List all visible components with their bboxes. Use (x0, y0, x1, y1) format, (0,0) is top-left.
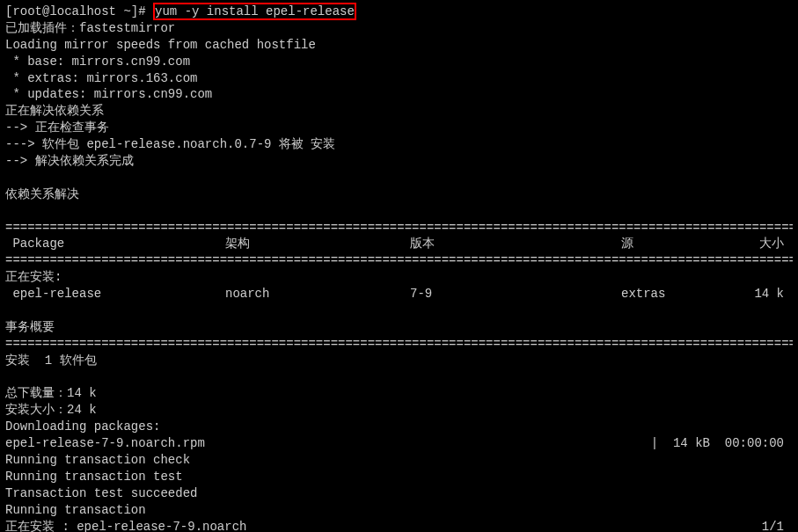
output-line: * extras: mirrors.163.com (5, 70, 793, 87)
table-header: Package 架构 版本 源 大小 (5, 236, 793, 252)
divider: ========================================… (5, 220, 793, 237)
output-line: Running transaction test (5, 469, 793, 485)
output-line: 安装 1 软件包 (5, 353, 793, 369)
installing-pkg: 正在安装 : epel-release-7-9.noarch (5, 519, 246, 532)
output-line: 正在安装: (5, 269, 793, 286)
download-line: epel-release-7-9.noarch.rpm | 14 kB 00:0… (5, 435, 793, 452)
output-line: Transaction test succeeded (5, 485, 793, 502)
rpm-file: epel-release-7-9.noarch.rpm (5, 435, 205, 452)
output-line: Running transaction check (5, 452, 793, 469)
header-package: Package (5, 236, 225, 252)
output-line: --> 正在检查事务 (5, 120, 793, 136)
output-line: 依赖关系解决 (5, 186, 793, 203)
command-highlight: yum -y install epel-release (153, 3, 356, 20)
header-repo: 源 (621, 236, 751, 252)
header-arch: 架构 (225, 236, 410, 252)
blank-line (5, 369, 793, 386)
output-line: 事务概要 (5, 319, 793, 336)
install-line: 正在安装 : epel-release-7-9.noarch 1/1 (5, 519, 793, 532)
cell-version: 7-9 (410, 286, 621, 302)
output-line: Loading mirror speeds from cached hostfi… (5, 37, 793, 54)
output-line: * base: mirrors.cn99.com (5, 54, 793, 70)
download-progress: | 14 kB 00:00:00 (651, 435, 793, 452)
blank-line (5, 203, 793, 220)
output-line: * updates: mirrors.cn99.com (5, 86, 793, 103)
cell-size: 14 k (751, 286, 793, 302)
output-line: Running transaction (5, 502, 793, 519)
prompt-line: [root@localhost ~]# yum -y install epel-… (5, 4, 793, 20)
output-line: 安装大小：24 k (5, 402, 793, 419)
divider: ========================================… (5, 336, 793, 353)
install-fraction: 1/1 (762, 519, 793, 532)
shell-prompt: [root@localhost ~]# (5, 4, 153, 18)
cell-repo: extras (621, 286, 751, 302)
cell-arch: noarch (225, 286, 410, 302)
output-line: 正在解决依赖关系 (5, 103, 793, 120)
divider: ========================================… (5, 252, 793, 269)
output-line: Downloading packages: (5, 419, 793, 435)
header-size: 大小 (751, 236, 793, 252)
header-version: 版本 (410, 236, 621, 252)
blank-line (5, 170, 793, 186)
cell-package: epel-release (5, 286, 225, 302)
blank-line (5, 302, 793, 319)
output-line: --> 解决依赖关系完成 (5, 153, 793, 170)
output-line: 已加载插件：fastestmirror (5, 20, 793, 37)
table-row: epel-release noarch 7-9 extras 14 k (5, 286, 793, 302)
output-line: ---> 软件包 epel-release.noarch.0.7-9 将被 安装 (5, 136, 793, 153)
output-line: 总下载量：14 k (5, 385, 793, 402)
